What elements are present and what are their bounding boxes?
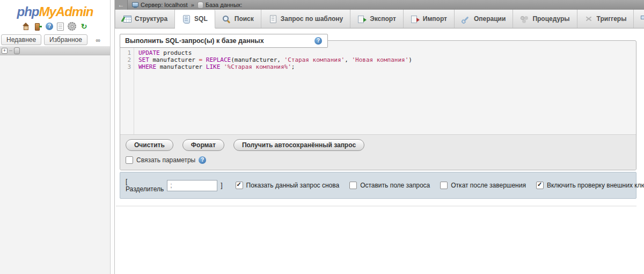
sidebar-header: phpMyAdmin Недавнее Избранное [0,0,110,46]
tab-bar: СтруктураSQLПоискЗапрос по шаблонуЭкспор… [115,10,644,28]
rollback-on-finish-label: Откат после завершения [451,182,526,189]
retain-query-box-checkbox[interactable] [349,182,357,189]
back-button[interactable]: ← [115,0,128,10]
sql-token-kw: REPLACE [206,56,231,63]
recent-tables-button[interactable]: Недавнее [1,34,41,45]
sql-token-kw: WHERE [138,63,156,70]
designer-icon [641,15,644,23]
rollback-on-finish-option: Откат после завершения [440,182,526,189]
breadcrumb: ← Сервер: localhost » База данных: [115,0,644,10]
code-line: UPDATE products [138,49,636,56]
procedures-icon [520,15,529,23]
logo-myadmin: MyAdmin [39,4,93,19]
tab-export[interactable]: Экспорт [350,10,404,28]
tab-query-by-example[interactable]: Запрос по шаблону [261,10,350,28]
breadcrumb-separator: » [190,2,195,8]
main-panel: ← Сервер: localhost » База данных: Струк… [115,0,644,274]
tree-expand-button[interactable]: + [2,48,8,54]
search-icon [222,15,231,23]
sql-token-pl: ; [291,63,295,70]
tab-triggers[interactable]: Триггеры [577,10,634,28]
sql-form-title: Выполнить SQL-запрос(ы) к базе данных [125,37,264,45]
sql-editor[interactable]: 123 UPDATE productsSET manufacturer = RE… [120,41,636,134]
settings-icon[interactable] [68,22,76,31]
sql-icon [182,15,191,23]
tab-label: Запрос по шаблону [281,15,343,23]
sql-form-footer: ОчиститьФорматПолучить автосохранённый з… [120,134,636,170]
rollback-on-finish-checkbox[interactable] [440,182,448,189]
sql-token-pl: manufacturer [149,56,199,63]
query-options-bar: [ Разделитель ] Показать данный запрос с… [120,172,636,199]
tab-label: Поиск [235,15,254,23]
help-icon[interactable] [46,23,53,30]
documentation-icon[interactable] [57,23,64,31]
delimiter-input[interactable] [167,180,217,191]
tab-label: Экспорт [370,15,396,23]
sql-token-kw: SET [138,56,149,63]
bind-parameters-checkbox[interactable] [126,156,133,164]
tab-search[interactable]: Поиск [215,10,261,28]
tab-label: Импорт [423,15,447,23]
breadcrumb-server[interactable]: Сервер: localhost [141,2,188,8]
tab-label: SQL [194,15,208,23]
sql-token-str: '%Старая компания%' [224,63,291,70]
line-number: 3 [120,63,134,70]
enable-foreign-key-checks-option: Включить проверку внешних ключей [536,182,644,189]
editor-buttons-row: ОчиститьФорматПолучить автосохранённый з… [126,139,631,151]
export-icon [357,15,366,23]
tab-sql[interactable]: SQL [175,10,215,28]
enable-foreign-key-checks-checkbox[interactable] [536,182,544,189]
bind-parameters-help-icon[interactable] [199,156,206,164]
tab-operations[interactable]: Операции [455,10,513,28]
logo-php: php [17,4,39,19]
sql-token-pl [220,63,224,70]
line-number: 1 [120,49,134,56]
operations-icon [462,15,470,23]
home-icon[interactable] [22,23,30,31]
sidebar-scrollbar[interactable] [110,0,115,274]
phpmyadmin-logo[interactable]: phpMyAdmin [0,0,110,19]
format-button[interactable]: Формат [182,139,224,151]
retain-query-box-label: Оставить поле запроса [360,182,430,189]
sql-token-pl: (manufacturer, [231,56,284,63]
sql-token-kw: UPDATE [138,49,160,56]
tab-label: Операции [474,15,506,23]
breadcrumb-database: База данных: [206,2,243,8]
tab-label: Триггеры [597,15,627,23]
sql-token-str: 'Старая компания' [284,56,345,63]
tab-structure[interactable]: Структура [115,10,175,28]
tab-designer[interactable]: Дизайнер [634,10,644,28]
favorite-tables-button[interactable]: Избранное [44,34,87,45]
sql-token-pl: products [160,49,192,56]
triggers-icon [584,15,593,23]
unlink-panels-icon[interactable] [96,37,100,44]
enable-foreign-key-checks-label: Включить проверку внешних ключей [547,182,644,189]
delimiter-label-close: ] [221,182,222,189]
tab-label: Структура [135,15,167,23]
sql-token-pl: manufacturer [156,63,206,70]
sql-help-icon[interactable] [314,37,322,45]
navigation-tree-bar: + [0,46,110,55]
clear-button[interactable]: Очистить [126,139,173,151]
query-option-checkboxes: Показать данный запрос сноваОставить пол… [236,182,644,189]
structure-icon [122,15,131,23]
logout-icon[interactable] [34,23,42,31]
show-query-again-label: Показать данный запрос снова [246,182,340,189]
bind-parameters-label: Связать параметры [136,156,195,164]
get-auto-saved-query-button[interactable]: Получить автосохранённый запрос [233,139,364,151]
reload-navigation-icon[interactable] [80,23,88,31]
sql-token-pl [202,56,206,63]
show-query-again-checkbox[interactable] [236,182,243,189]
code-line: WHERE manufacturer LIKE '%Старая компани… [138,63,636,70]
sql-token-pl: , [345,56,352,63]
retain-query-box-option: Оставить поле запроса [349,182,430,189]
import-icon [411,15,419,23]
tab-label: Процедуры [532,15,569,23]
tab-routines[interactable]: Процедуры [513,10,577,28]
database-icon [197,2,203,9]
sql-token-kw: LIKE [206,63,221,70]
database-icon[interactable] [14,47,20,54]
delimiter-label-open: [ Разделитель [126,178,164,193]
show-query-again-option: Показать данный запрос снова [236,182,340,189]
tab-import[interactable]: Импорт [404,10,455,28]
